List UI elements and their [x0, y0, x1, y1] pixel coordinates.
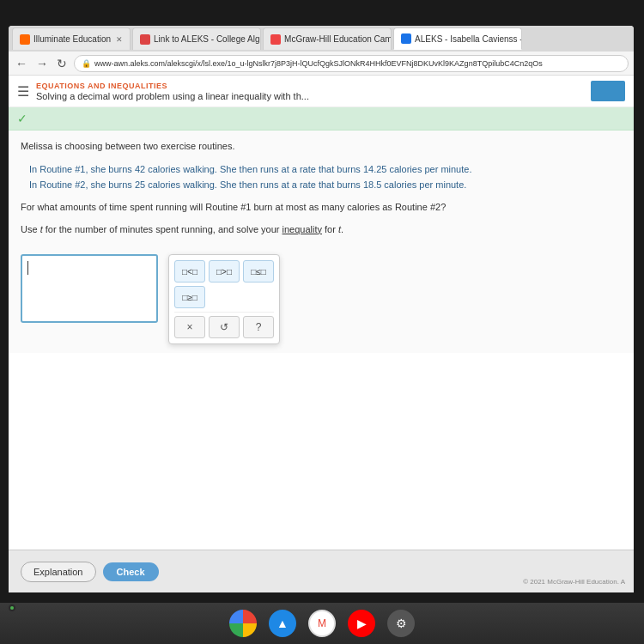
back-button[interactable]: ← [14, 57, 29, 70]
settings-symbol: ⚙ [396, 617, 407, 630]
tab-favicon-aleks-active [401, 33, 411, 44]
undo-icon: ↺ [220, 321, 228, 333]
drive-symbol: ▲ [276, 617, 289, 630]
sym-less-equal[interactable]: □≤□ [243, 260, 274, 283]
topic-label: EQUATIONS AND INEQUALITIES [36, 82, 584, 90]
sym-greater-equal-label: □≥□ [182, 293, 197, 302]
clear-icon: × [186, 321, 192, 333]
address-text: www-awn.aleks.com/alekscgi/x/lsl.exe/1o_… [94, 59, 543, 68]
spacer [9, 353, 634, 404]
tab-label-mcgraw: McGraw-Hill Education Campus [284, 34, 392, 44]
variable-t2: t [338, 224, 341, 234]
sym-greater-than[interactable]: □>□ [209, 260, 240, 283]
tab-aleks-active[interactable]: ALEKS - Isabella Cavienss - Lear ✕ [393, 27, 522, 50]
taskbar-youtube-icon[interactable]: ▶ [348, 610, 375, 637]
header-topic: EQUATIONS AND INEQUALITIES Solving a dec… [36, 82, 584, 101]
question-line2: Use t for the number of minutes spent ru… [21, 222, 622, 238]
notification-dot [9, 605, 15, 611]
copyright-text: © 2021 McGraw-Hill Education. A [523, 578, 625, 586]
action-row: × ↺ ? [174, 312, 274, 338]
tab-label-aleks-active: ALEKS - Isabella Cavienss - Lear [415, 34, 522, 44]
tab-label-aleks-link: Link to ALEKS - College Algebra [154, 34, 261, 44]
answer-input-box[interactable] [21, 254, 158, 323]
sym-greater-equal[interactable]: □≥□ [174, 286, 205, 308]
tab-aleks-link[interactable]: Link to ALEKS - College Algebra ✕ [132, 27, 261, 50]
topic-title: Solving a decimal word problem using a l… [36, 91, 584, 101]
sym-undo-button[interactable]: ↺ [209, 316, 240, 338]
problem-intro: Melissa is choosing between two exercise… [21, 139, 622, 155]
tab-mcgraw[interactable]: McGraw-Hill Education Campus ✕ [263, 27, 392, 50]
tab-close-illuminate[interactable]: ✕ [116, 35, 123, 44]
sym-row-1: □<□ □>□ □≤□ [174, 260, 274, 283]
taskbar-settings-icon[interactable]: ⚙ [387, 610, 415, 637]
taskbar-chrome-icon[interactable] [229, 610, 257, 637]
menu-icon[interactable]: ☰ [17, 83, 29, 100]
sym-row-2: □≥□ [174, 286, 274, 308]
forward-button[interactable]: → [34, 57, 50, 70]
sym-greater-than-label: □>□ [216, 267, 232, 276]
taskbar: ▲ M ▶ ⚙ [0, 603, 644, 644]
tab-favicon-aleks-link [140, 34, 150, 45]
address-bar[interactable]: 🔒 www-awn.aleks.com/alekscgi/x/lsl.exe/1… [74, 55, 629, 72]
taskbar-gmail-icon[interactable]: M [308, 610, 336, 637]
monitor: Illuminate Education ✕ Link to ALEKS - C… [0, 0, 644, 644]
checkmark-icon: ✓ [17, 112, 27, 125]
inequality-word: inequality [283, 224, 322, 234]
routine-lines: In Routine #1, she burns 42 calories wal… [21, 161, 622, 193]
tab-favicon-mcgraw [270, 34, 281, 45]
sym-less-equal-label: □≤□ [251, 267, 266, 276]
header-right-button[interactable] [591, 81, 625, 101]
routine1-line: In Routine #1, she burns 42 calories wal… [29, 161, 613, 178]
tabs-bar: Illuminate Education ✕ Link to ALEKS - C… [9, 26, 634, 52]
sym-clear-button[interactable]: × [174, 316, 205, 338]
help-icon: ? [256, 321, 262, 333]
symbol-keyboard: □<□ □>□ □≤□ □≥□ [168, 254, 280, 344]
bottom-bar: Explanation Check © 2021 McGraw-Hill Edu… [9, 550, 634, 592]
sym-help-button[interactable]: ? [243, 316, 274, 338]
browser-window: Illuminate Education ✕ Link to ALEKS - C… [9, 26, 634, 592]
question-line1: For what amounts of time spent running w… [21, 200, 622, 216]
gmail-symbol: M [318, 617, 326, 629]
text-cursor [27, 261, 28, 275]
aleks-header: ☰ EQUATIONS AND INEQUALITIES Solving a d… [9, 76, 634, 107]
page-content: ☰ EQUATIONS AND INEQUALITIES Solving a d… [9, 76, 634, 592]
reload-button[interactable]: ↻ [55, 57, 69, 70]
address-bar-row: ← → ↻ 🔒 www-awn.aleks.com/alekscgi/x/lsl… [9, 52, 634, 76]
check-button[interactable]: Check [103, 562, 159, 581]
sym-less-than[interactable]: □<□ [174, 260, 205, 283]
problem-area: Melissa is choosing between two exercise… [9, 131, 634, 246]
routine2-line: In Routine #2, she burns 25 calories wal… [29, 177, 613, 193]
answer-section: □<□ □>□ □≤□ □≥□ [9, 246, 634, 353]
youtube-symbol: ▶ [357, 617, 367, 630]
explanation-button[interactable]: Explanation [21, 562, 96, 582]
tab-favicon-illuminate [20, 34, 30, 45]
tab-label-illuminate: Illuminate Education [33, 34, 111, 44]
variable-t: t [40, 224, 43, 234]
tab-illuminate[interactable]: Illuminate Education ✕ [12, 27, 131, 50]
check-banner: ✓ [9, 107, 634, 131]
sym-less-than-label: □<□ [182, 267, 197, 276]
taskbar-drive-icon[interactable]: ▲ [269, 610, 296, 637]
